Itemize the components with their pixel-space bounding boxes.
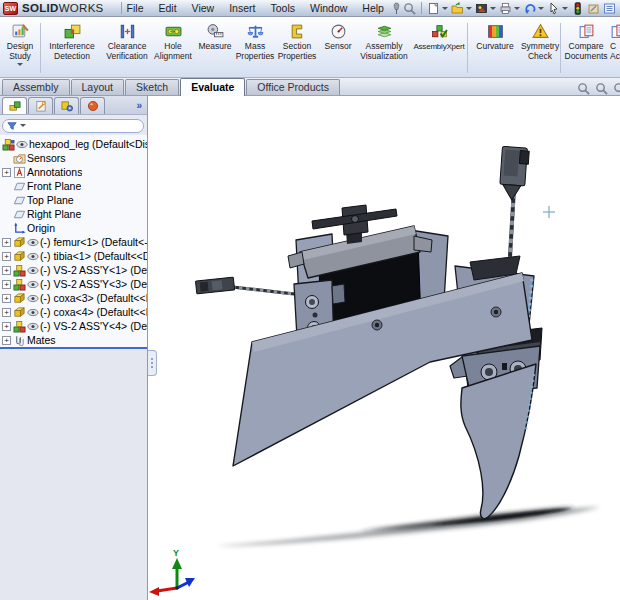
clipped-view-tool-icon[interactable]: [613, 82, 620, 95]
tab-evaluate[interactable]: Evaluate: [180, 78, 245, 96]
tree-item-vs2-assy-4[interactable]: + (-) VS-2 ASS'Y<4> (Defa: [0, 319, 147, 333]
tab-featuremanager-design-tree[interactable]: [2, 97, 27, 114]
hole-alignment-button[interactable]: Hole Alignment: [152, 19, 194, 77]
interference-detection-button[interactable]: Interference Detection: [42, 19, 102, 77]
filter-funnel-icon[interactable]: [7, 121, 17, 131]
tab-propertymanager[interactable]: [28, 97, 53, 114]
menu-view[interactable]: View: [192, 2, 215, 14]
panel-splitter-handle[interactable]: [148, 350, 157, 376]
tree-item-annotations[interactable]: + Annotations: [0, 165, 147, 179]
clipped-document-icon: [610, 21, 620, 41]
dropdown-caret-icon[interactable]: [20, 124, 26, 127]
pin-icon[interactable]: [390, 2, 403, 15]
expand-toggle[interactable]: +: [2, 252, 11, 261]
dropdown-caret-icon[interactable]: [466, 7, 472, 10]
model-canvas[interactable]: X Y: [149, 96, 620, 600]
clearance-verification-button[interactable]: Clearance Verification: [102, 19, 152, 77]
search-icon[interactable]: [403, 2, 416, 15]
sensor-button[interactable]: Sensor: [320, 19, 356, 77]
toolbar-separator: [560, 23, 561, 73]
menu-tools[interactable]: Tools: [270, 2, 295, 14]
select-button[interactable]: [547, 2, 568, 15]
print-button[interactable]: [499, 2, 520, 15]
tree-item-vs2-assy-3[interactable]: + (-) VS-2 ASS'Y<3> (Defa: [0, 277, 147, 291]
dropdown-caret-icon[interactable]: [490, 7, 496, 10]
menu-insert[interactable]: Insert: [229, 2, 255, 14]
undo-button[interactable]: [523, 2, 544, 15]
tree-item-tibia-1[interactable]: + (-) tibia<1> (Default<<D: [0, 249, 147, 263]
section-properties-button[interactable]: Section Properties: [274, 19, 320, 77]
menu-edit[interactable]: Edit: [159, 2, 177, 14]
options-button[interactable]: [587, 2, 600, 15]
button-label: Assembly Visualization: [356, 42, 412, 61]
curvature-button[interactable]: Curvature: [469, 19, 521, 77]
graphics-viewport[interactable]: X Y: [149, 96, 620, 600]
expand-toggle[interactable]: +: [2, 322, 11, 331]
eye-icon: [16, 140, 28, 149]
tab-sketch[interactable]: Sketch: [125, 79, 179, 95]
tree-item-label: Top Plane: [27, 194, 74, 206]
tree-item-coxa-4[interactable]: + (-) coxa<4> (Default<<D: [0, 305, 147, 319]
assemblyxpert-button[interactable]: AssemblyXpert: [412, 19, 466, 77]
tree-item-coxa-3[interactable]: + (-) coxa<3> (Default<<D: [0, 291, 147, 305]
expand-toggle[interactable]: +: [2, 280, 11, 289]
rebuild-button[interactable]: [571, 2, 584, 15]
tree-item-label: (-) coxa<3> (Default<<D: [40, 292, 147, 304]
tree-filter-input[interactable]: [2, 119, 144, 133]
tab-office-products[interactable]: Office Products: [246, 79, 340, 95]
mass-properties-button[interactable]: Mass Properties: [236, 19, 274, 77]
open-button[interactable]: [451, 2, 472, 15]
symmetry-check-button[interactable]: Symmetry Check: [521, 19, 559, 77]
dropdown-caret-icon[interactable]: [17, 63, 23, 66]
eye-icon: [27, 322, 39, 331]
measure-button[interactable]: Measure: [194, 19, 236, 77]
featuremanager-tab-strip: »: [0, 96, 147, 115]
tree-item-mates[interactable]: + Mates: [0, 333, 147, 347]
tree-item-front-plane[interactable]: Front Plane: [0, 179, 147, 193]
tree-item-origin[interactable]: Origin: [0, 221, 147, 235]
menu-help[interactable]: Help: [362, 2, 384, 14]
assembly-icon: [2, 138, 15, 151]
expand-toggle[interactable]: +: [2, 168, 11, 177]
hexapod-leg-model[interactable]: [195, 146, 542, 518]
design-study-button[interactable]: Design Study: [1, 19, 39, 77]
clipped-toolbar-button[interactable]: CAct: [610, 19, 620, 77]
tree-item-sensors[interactable]: Sensors: [0, 151, 147, 165]
button-label: CAct: [610, 42, 620, 61]
menu-file[interactable]: File: [127, 2, 144, 14]
new-document-button[interactable]: [427, 2, 448, 15]
annotations-icon: [13, 166, 26, 179]
expand-toggle[interactable]: +: [2, 308, 11, 317]
publish-image-icon: [475, 2, 488, 15]
tree-item-right-plane[interactable]: Right Plane: [0, 207, 147, 221]
clearance-verification-icon: [119, 21, 136, 41]
dropdown-caret-icon[interactable]: [514, 7, 520, 10]
part-icon: [13, 236, 26, 249]
tree-item-vs2-assy-1[interactable]: + (-) VS-2 ASS'Y<1> (Defa: [0, 263, 147, 277]
expand-toggle[interactable]: +: [2, 266, 11, 275]
tree-item-femur-1[interactable]: + (-) femur<1> (Default<-: [0, 235, 147, 249]
tab-configurationmanager[interactable]: [54, 97, 79, 114]
tab-displaymanager[interactable]: [80, 97, 105, 114]
dropdown-caret-icon[interactable]: [538, 7, 544, 10]
button-label: Sensor: [325, 42, 352, 52]
expand-toggle[interactable]: +: [2, 238, 11, 247]
panel-tab-overflow[interactable]: »: [136, 100, 142, 111]
expand-toggle[interactable]: +: [2, 294, 11, 303]
menu-window[interactable]: Window: [310, 2, 347, 14]
compare-documents-button[interactable]: Compare Documents: [562, 19, 610, 77]
publish-button[interactable]: [475, 2, 496, 15]
tree-item-hexapod-leg[interactable]: hexapod_leg (Default<Disp: [0, 137, 147, 151]
zoom-area-magnifier-icon[interactable]: [595, 82, 608, 95]
tab-assembly[interactable]: Assembly: [2, 79, 70, 95]
dropdown-caret-icon[interactable]: [562, 7, 568, 10]
dropdown-caret-icon[interactable]: [442, 7, 448, 10]
file-properties-button[interactable]: [603, 2, 617, 15]
zoom-magnifier-icon[interactable]: [577, 82, 590, 95]
tibia-claw[interactable]: [461, 364, 536, 519]
tree-item-top-plane[interactable]: Top Plane: [0, 193, 147, 207]
subassembly-icon: [13, 320, 26, 333]
assembly-visualization-button[interactable]: Assembly Visualization: [356, 19, 412, 77]
tab-layout[interactable]: Layout: [71, 79, 125, 95]
expand-toggle[interactable]: +: [2, 336, 11, 345]
